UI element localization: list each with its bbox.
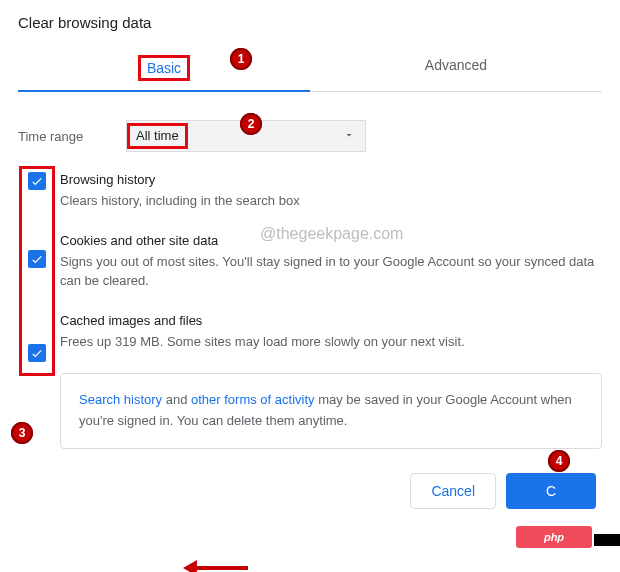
list-item: Browsing history Clears history, includi… bbox=[60, 172, 602, 211]
overlay-box bbox=[594, 534, 620, 546]
time-range-row: Time range All time bbox=[18, 120, 602, 152]
link-other-activity[interactable]: other forms of activity bbox=[191, 392, 315, 407]
dialog-buttons: Cancel C bbox=[18, 473, 602, 509]
tabs: Basic Advanced bbox=[18, 45, 602, 92]
annotation-callout-3: 3 bbox=[11, 422, 33, 444]
annotation-callout-2: 2 bbox=[240, 113, 262, 135]
dialog-title: Clear browsing data bbox=[18, 14, 602, 31]
cancel-button[interactable]: Cancel bbox=[410, 473, 496, 509]
tab-basic[interactable]: Basic bbox=[18, 45, 310, 91]
checkbox-browsing-history[interactable] bbox=[28, 172, 46, 190]
chevron-down-icon bbox=[343, 129, 355, 144]
time-range-value: All time bbox=[127, 123, 188, 149]
item-title: Cached images and files bbox=[60, 313, 602, 328]
list-item: Cached images and files Frees up 319 MB.… bbox=[60, 313, 602, 352]
link-search-history[interactable]: Search history bbox=[79, 392, 162, 407]
info-box: Search history and other forms of activi… bbox=[60, 373, 602, 449]
list-item: Cookies and other site data Signs you ou… bbox=[60, 233, 602, 291]
annotation-callout-4: 4 bbox=[548, 450, 570, 472]
tab-advanced-label: Advanced bbox=[419, 55, 493, 75]
time-range-label: Time range bbox=[18, 129, 126, 144]
tab-advanced[interactable]: Advanced bbox=[310, 45, 602, 91]
item-desc: Signs you out of most sites. You'll stay… bbox=[60, 252, 602, 291]
item-desc: Clears history, including in the search … bbox=[60, 191, 602, 211]
clear-data-button[interactable]: C bbox=[506, 473, 596, 509]
item-title: Cookies and other site data bbox=[60, 233, 602, 248]
checkbox-cookies[interactable] bbox=[28, 250, 46, 268]
tab-basic-label: Basic bbox=[138, 55, 190, 81]
item-title: Browsing history bbox=[60, 172, 602, 187]
overlay-badge: php bbox=[516, 526, 592, 548]
checkbox-cache[interactable] bbox=[28, 344, 46, 362]
item-desc: Frees up 319 MB. Some sites may load mor… bbox=[60, 332, 602, 352]
annotation-callout-1: 1 bbox=[230, 48, 252, 70]
data-types-list: Browsing history Clears history, includi… bbox=[18, 172, 602, 351]
info-text: and bbox=[162, 392, 191, 407]
